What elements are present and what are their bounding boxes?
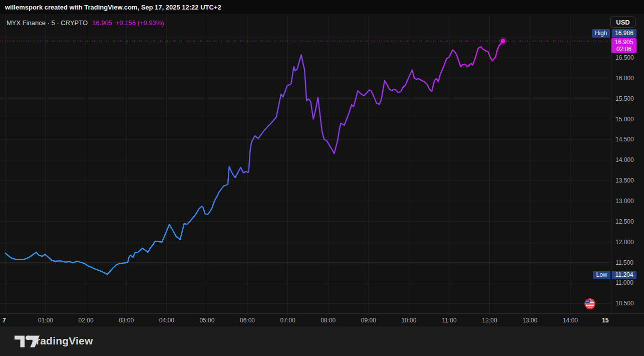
tradingview-snapshot: willemspork created with TradingView.com… xyxy=(0,0,644,356)
symbol-title: MYX Finance · 5 · CRYPTO xyxy=(7,19,88,27)
time-tick-label: 11:00 xyxy=(442,316,456,324)
us-flag-event-icon[interactable] xyxy=(584,298,595,309)
price-tick-label: 16.500 xyxy=(615,54,634,62)
time-tick-label: 04:00 xyxy=(159,316,174,324)
price-tick-label: 10.500 xyxy=(615,299,634,307)
time-tick-label: 14:00 xyxy=(563,316,578,324)
price-tick-label: 14.500 xyxy=(615,135,634,143)
bottom-logo-bar: TradingView xyxy=(0,326,644,356)
price-tick-label: 15.500 xyxy=(615,95,634,103)
chart-canvas[interactable]: MYX Finance · 5 · CRYPTO16.905+0.156 (+0… xyxy=(0,15,611,313)
price-line-series xyxy=(5,41,503,274)
price-tick-label: 11.500 xyxy=(615,259,633,267)
last-point-dot xyxy=(501,39,505,44)
price-tick-label: 12.500 xyxy=(615,218,634,226)
tradingview-wordmark[interactable]: TradingView xyxy=(30,334,93,347)
currency-usd-button[interactable]: USD xyxy=(610,17,635,28)
time-axis[interactable]: 701:0002:0003:0004:0005:0006:0007:0008:0… xyxy=(0,313,644,326)
time-tick-label: 12:00 xyxy=(482,316,497,324)
price-tick-label: 11.000 xyxy=(615,279,633,287)
time-tick-label: 13:00 xyxy=(522,316,537,324)
price-line-chart xyxy=(0,15,611,314)
time-tick-label: 03:00 xyxy=(119,316,134,324)
time-tick-label: 05:00 xyxy=(199,316,214,324)
price-tick-label: 16.000 xyxy=(615,74,634,82)
time-tick-label: 01:00 xyxy=(38,316,53,324)
time-tick-label: 02:00 xyxy=(79,316,94,324)
last-price-text: 16.905 xyxy=(92,19,112,27)
time-tick-label: 08:00 xyxy=(320,316,336,324)
time-tick-label: 10:00 xyxy=(401,316,416,324)
time-tick-label: 07:00 xyxy=(280,316,295,324)
price-change-text: +0.156 (+0.93%) xyxy=(116,19,164,27)
price-axis[interactable]: 16.50016.00015.50015.00014.50014.00013.5… xyxy=(611,15,644,313)
time-tick-label: 15 xyxy=(602,316,608,324)
price-tick-label: 15.000 xyxy=(615,115,634,123)
attribution-text: willemspork created with TradingView.com… xyxy=(5,2,221,13)
time-tick-label: 09:00 xyxy=(361,316,376,324)
price-tick-label: 14.000 xyxy=(615,156,634,164)
time-tick-label: 7 xyxy=(3,316,6,324)
price-tick-label: 13.000 xyxy=(615,197,634,205)
price-tick-label: 13.500 xyxy=(615,176,634,185)
price-tick-label: 12.000 xyxy=(615,238,634,246)
symbol-header: MYX Finance · 5 · CRYPTO16.905+0.156 (+0… xyxy=(7,19,164,27)
time-tick-label: 06:00 xyxy=(240,316,255,324)
